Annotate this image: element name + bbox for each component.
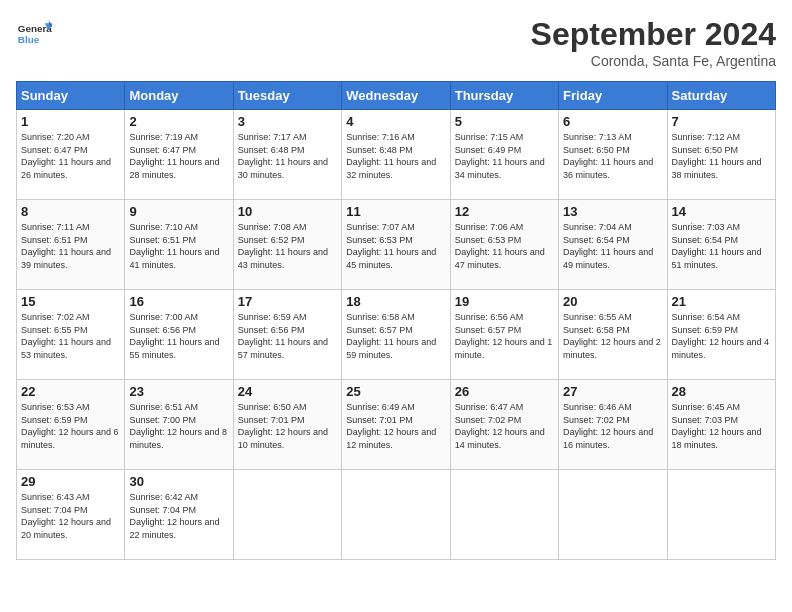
calendar-cell: 14 Sunrise: 7:03 AM Sunset: 6:54 PM Dayl… <box>667 200 775 290</box>
sunrise-label: Sunrise: 6:50 AM <box>238 402 307 412</box>
day-info: Sunrise: 7:00 AM Sunset: 6:56 PM Dayligh… <box>129 311 228 361</box>
sunset-label: Sunset: 6:50 PM <box>563 145 630 155</box>
calendar-cell: 20 Sunrise: 6:55 AM Sunset: 6:58 PM Dayl… <box>559 290 667 380</box>
calendar-cell: 1 Sunrise: 7:20 AM Sunset: 6:47 PM Dayli… <box>17 110 125 200</box>
daylight-label: Daylight: 11 hours and 38 minutes. <box>672 157 762 180</box>
sunset-label: Sunset: 6:54 PM <box>672 235 739 245</box>
calendar-cell: 16 Sunrise: 7:00 AM Sunset: 6:56 PM Dayl… <box>125 290 233 380</box>
calendar-table: Sunday Monday Tuesday Wednesday Thursday… <box>16 81 776 560</box>
sunrise-label: Sunrise: 7:04 AM <box>563 222 632 232</box>
header-friday: Friday <box>559 82 667 110</box>
daylight-label: Daylight: 12 hours and 8 minutes. <box>129 427 227 450</box>
calendar-cell: 28 Sunrise: 6:45 AM Sunset: 7:03 PM Dayl… <box>667 380 775 470</box>
day-number: 18 <box>346 294 445 309</box>
calendar-cell <box>450 470 558 560</box>
day-number: 15 <box>21 294 120 309</box>
page-header: General Blue September 2024 Coronda, San… <box>16 16 776 69</box>
daylight-label: Daylight: 12 hours and 4 minutes. <box>672 337 770 360</box>
sunrise-label: Sunrise: 7:16 AM <box>346 132 415 142</box>
daylight-label: Daylight: 12 hours and 6 minutes. <box>21 427 119 450</box>
sunrise-label: Sunrise: 7:06 AM <box>455 222 524 232</box>
svg-text:Blue: Blue <box>18 34 40 45</box>
day-info: Sunrise: 6:42 AM Sunset: 7:04 PM Dayligh… <box>129 491 228 541</box>
sunset-label: Sunset: 6:56 PM <box>129 325 196 335</box>
sunrise-label: Sunrise: 7:12 AM <box>672 132 741 142</box>
day-number: 1 <box>21 114 120 129</box>
day-number: 7 <box>672 114 771 129</box>
week-row-1: 1 Sunrise: 7:20 AM Sunset: 6:47 PM Dayli… <box>17 110 776 200</box>
daylight-label: Daylight: 11 hours and 34 minutes. <box>455 157 545 180</box>
calendar-cell <box>559 470 667 560</box>
day-info: Sunrise: 6:55 AM Sunset: 6:58 PM Dayligh… <box>563 311 662 361</box>
day-info: Sunrise: 6:47 AM Sunset: 7:02 PM Dayligh… <box>455 401 554 451</box>
day-info: Sunrise: 6:59 AM Sunset: 6:56 PM Dayligh… <box>238 311 337 361</box>
daylight-label: Daylight: 11 hours and 47 minutes. <box>455 247 545 270</box>
day-info: Sunrise: 7:16 AM Sunset: 6:48 PM Dayligh… <box>346 131 445 181</box>
sunset-label: Sunset: 6:48 PM <box>238 145 305 155</box>
daylight-label: Daylight: 12 hours and 20 minutes. <box>21 517 111 540</box>
day-info: Sunrise: 7:15 AM Sunset: 6:49 PM Dayligh… <box>455 131 554 181</box>
sunset-label: Sunset: 7:01 PM <box>346 415 413 425</box>
header-sunday: Sunday <box>17 82 125 110</box>
sunset-label: Sunset: 6:57 PM <box>346 325 413 335</box>
daylight-label: Daylight: 12 hours and 12 minutes. <box>346 427 436 450</box>
day-number: 6 <box>563 114 662 129</box>
daylight-label: Daylight: 12 hours and 16 minutes. <box>563 427 653 450</box>
sunrise-label: Sunrise: 6:43 AM <box>21 492 90 502</box>
daylight-label: Daylight: 11 hours and 36 minutes. <box>563 157 653 180</box>
day-info: Sunrise: 7:08 AM Sunset: 6:52 PM Dayligh… <box>238 221 337 271</box>
day-number: 16 <box>129 294 228 309</box>
sunrise-label: Sunrise: 6:51 AM <box>129 402 198 412</box>
day-info: Sunrise: 7:10 AM Sunset: 6:51 PM Dayligh… <box>129 221 228 271</box>
day-number: 17 <box>238 294 337 309</box>
calendar-cell <box>667 470 775 560</box>
header-thursday: Thursday <box>450 82 558 110</box>
sunrise-label: Sunrise: 6:56 AM <box>455 312 524 322</box>
day-info: Sunrise: 7:02 AM Sunset: 6:55 PM Dayligh… <box>21 311 120 361</box>
calendar-cell: 13 Sunrise: 7:04 AM Sunset: 6:54 PM Dayl… <box>559 200 667 290</box>
sunrise-label: Sunrise: 7:07 AM <box>346 222 415 232</box>
calendar-cell: 23 Sunrise: 6:51 AM Sunset: 7:00 PM Dayl… <box>125 380 233 470</box>
location: Coronda, Santa Fe, Argentina <box>531 53 776 69</box>
calendar-cell: 8 Sunrise: 7:11 AM Sunset: 6:51 PM Dayli… <box>17 200 125 290</box>
daylight-label: Daylight: 11 hours and 26 minutes. <box>21 157 111 180</box>
daylight-label: Daylight: 11 hours and 30 minutes. <box>238 157 328 180</box>
calendar-cell <box>233 470 341 560</box>
calendar-cell: 4 Sunrise: 7:16 AM Sunset: 6:48 PM Dayli… <box>342 110 450 200</box>
calendar-cell: 12 Sunrise: 7:06 AM Sunset: 6:53 PM Dayl… <box>450 200 558 290</box>
sunset-label: Sunset: 6:59 PM <box>21 415 88 425</box>
calendar-cell: 26 Sunrise: 6:47 AM Sunset: 7:02 PM Dayl… <box>450 380 558 470</box>
week-row-4: 22 Sunrise: 6:53 AM Sunset: 6:59 PM Dayl… <box>17 380 776 470</box>
calendar-cell: 11 Sunrise: 7:07 AM Sunset: 6:53 PM Dayl… <box>342 200 450 290</box>
day-number: 22 <box>21 384 120 399</box>
day-number: 8 <box>21 204 120 219</box>
sunrise-label: Sunrise: 7:03 AM <box>672 222 741 232</box>
day-info: Sunrise: 6:43 AM Sunset: 7:04 PM Dayligh… <box>21 491 120 541</box>
sunset-label: Sunset: 6:57 PM <box>455 325 522 335</box>
daylight-label: Daylight: 12 hours and 14 minutes. <box>455 427 545 450</box>
daylight-label: Daylight: 11 hours and 41 minutes. <box>129 247 219 270</box>
calendar-cell: 3 Sunrise: 7:17 AM Sunset: 6:48 PM Dayli… <box>233 110 341 200</box>
sunset-label: Sunset: 7:03 PM <box>672 415 739 425</box>
sunset-label: Sunset: 6:56 PM <box>238 325 305 335</box>
calendar-cell: 5 Sunrise: 7:15 AM Sunset: 6:49 PM Dayli… <box>450 110 558 200</box>
day-number: 2 <box>129 114 228 129</box>
sunset-label: Sunset: 7:04 PM <box>21 505 88 515</box>
sunrise-label: Sunrise: 6:46 AM <box>563 402 632 412</box>
day-number: 12 <box>455 204 554 219</box>
calendar-cell: 6 Sunrise: 7:13 AM Sunset: 6:50 PM Dayli… <box>559 110 667 200</box>
day-number: 25 <box>346 384 445 399</box>
sunset-label: Sunset: 6:50 PM <box>672 145 739 155</box>
sunrise-label: Sunrise: 6:49 AM <box>346 402 415 412</box>
sunrise-label: Sunrise: 6:47 AM <box>455 402 524 412</box>
daylight-label: Daylight: 12 hours and 2 minutes. <box>563 337 661 360</box>
day-info: Sunrise: 7:06 AM Sunset: 6:53 PM Dayligh… <box>455 221 554 271</box>
week-row-5: 29 Sunrise: 6:43 AM Sunset: 7:04 PM Dayl… <box>17 470 776 560</box>
daylight-label: Daylight: 12 hours and 1 minute. <box>455 337 553 360</box>
title-area: September 2024 Coronda, Santa Fe, Argent… <box>531 16 776 69</box>
sunset-label: Sunset: 6:54 PM <box>563 235 630 245</box>
sunrise-label: Sunrise: 6:54 AM <box>672 312 741 322</box>
calendar-cell: 22 Sunrise: 6:53 AM Sunset: 6:59 PM Dayl… <box>17 380 125 470</box>
sunset-label: Sunset: 7:02 PM <box>455 415 522 425</box>
calendar-cell: 2 Sunrise: 7:19 AM Sunset: 6:47 PM Dayli… <box>125 110 233 200</box>
